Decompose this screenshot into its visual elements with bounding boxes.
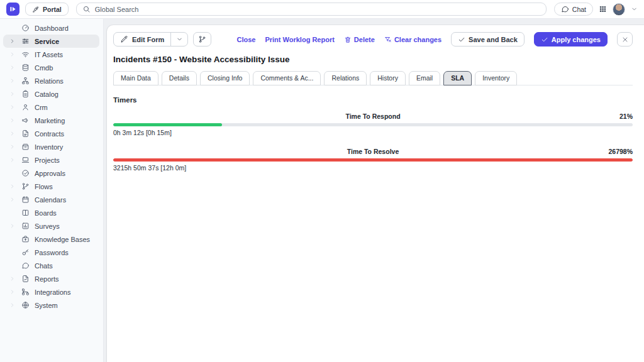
chevron-right-icon: [8, 144, 16, 150]
check-circle-icon: [21, 169, 30, 177]
save-and-back-label: Save and Back: [469, 36, 518, 43]
timer-rows: Time To Respond21%0h 3m 12s [0h 15m]Time…: [113, 112, 633, 172]
sidebar-item-label: Integrations: [35, 288, 70, 296]
sidebar-item-passwords[interactable]: Passwords: [3, 246, 99, 259]
close-label: Close: [236, 36, 255, 43]
sidebar-item-label: Catalog: [35, 90, 58, 98]
workflow-button[interactable]: [193, 32, 211, 47]
rocket-icon: [32, 6, 40, 13]
tab-details[interactable]: Details: [162, 71, 197, 85]
clear-changes-link[interactable]: Clear changes: [384, 36, 441, 43]
timer-percent: 21%: [619, 112, 633, 120]
sidebar-item-relations[interactable]: Relations: [3, 74, 99, 87]
app-logo[interactable]: [6, 3, 19, 16]
sidebar: DashboardServiceIT AssetsCmdbRelationsCa…: [0, 19, 104, 362]
sidebar-item-projects[interactable]: Projects: [3, 153, 99, 167]
apply-changes-button[interactable]: Apply changes: [534, 32, 608, 47]
branch-icon: [21, 182, 30, 190]
sidebar-item-flows[interactable]: Flows: [3, 180, 99, 193]
sidebar-item-approvals[interactable]: Approvals: [3, 167, 99, 180]
sidebar-item-dashboard[interactable]: Dashboard: [3, 21, 99, 35]
search-input[interactable]: [95, 6, 540, 13]
clear-filter-icon: [384, 36, 392, 43]
timers-section: Timers Time To Respond21%0h 3m 12s [0h 1…: [113, 85, 633, 172]
tab-inventory[interactable]: Inventory: [475, 71, 517, 85]
chevron-right-icon: [8, 52, 16, 57]
tab-comments-ac[interactable]: Comments & Ac...: [253, 71, 321, 85]
delete-label: Delete: [354, 36, 375, 43]
close-link[interactable]: Close: [236, 36, 255, 43]
chevron-right-icon: [8, 302, 16, 308]
sidebar-item-it-assets[interactable]: IT Assets: [3, 48, 99, 61]
chevron-right-icon: [8, 91, 16, 97]
sidebar-item-label: Approvals: [35, 170, 65, 177]
chevron-right-icon: [8, 131, 16, 136]
sidebar-item-label: Passwords: [35, 249, 69, 256]
chevron-right-icon: [8, 157, 16, 163]
chevron-right-icon: [8, 65, 16, 70]
report-icon: [21, 275, 30, 283]
contract-icon: [21, 129, 30, 138]
sidebar-item-knowledge-bases[interactable]: Knowledge Bases: [3, 233, 99, 246]
clipboard-icon: [21, 90, 30, 98]
chevron-down-icon: [176, 36, 183, 43]
sidebar-item-label: Cmdb: [35, 64, 53, 72]
save-and-back-button[interactable]: Save and Back: [451, 32, 525, 47]
tab-bar: Main DataDetailsClosing InfoComments & A…: [113, 70, 633, 85]
tab-email[interactable]: Email: [409, 71, 440, 85]
sidebar-item-integrations[interactable]: Integrations: [3, 285, 99, 299]
print-worklog-label: Print Worklog Report: [265, 36, 334, 43]
sidebar-item-contracts[interactable]: Contracts: [3, 127, 99, 140]
tab-main-data[interactable]: Main Data: [113, 71, 158, 85]
timer-progress-fill: [113, 123, 222, 126]
sidebar-item-boards[interactable]: Boards: [3, 206, 99, 219]
sidebar-item-service[interactable]: Service: [3, 35, 99, 48]
sidebar-item-catalog[interactable]: Catalog: [3, 87, 99, 101]
sidebar-item-marketing[interactable]: Marketing: [3, 114, 99, 127]
sidebar-item-label: Dashboard: [35, 25, 69, 32]
sliders-icon: [21, 37, 30, 45]
timer-name: Time To Respond: [345, 112, 400, 120]
chat-button[interactable]: Chat: [554, 3, 593, 16]
sidebar-item-label: Marketing: [35, 117, 65, 124]
portal-label: Portal: [43, 6, 62, 13]
portal-button[interactable]: Portal: [25, 3, 69, 16]
chevron-right-icon: [8, 38, 16, 44]
timer-elapsed-time: 0h 3m 12s [0h 15m]: [113, 129, 633, 136]
timer-head: Time To Resolve26798%: [113, 148, 633, 156]
database-icon: [21, 63, 30, 72]
apply-changes-label: Apply changes: [552, 36, 601, 43]
tab-relations[interactable]: Relations: [324, 71, 367, 85]
sidebar-item-label: Relations: [35, 77, 64, 85]
logo-icon: [8, 4, 18, 14]
sidebar-item-label: Inventory: [35, 143, 63, 151]
print-worklog-link[interactable]: Print Worklog Report: [265, 36, 334, 43]
global-search[interactable]: [76, 3, 547, 16]
user-avatar[interactable]: [613, 3, 625, 16]
sidebar-item-calendars[interactable]: Calendars: [3, 193, 99, 206]
sidebar-item-reports[interactable]: Reports: [3, 272, 99, 285]
delete-link[interactable]: Delete: [344, 36, 375, 43]
close-x-button[interactable]: [617, 32, 633, 47]
sidebar-item-crm[interactable]: Crm: [3, 101, 99, 114]
sidebar-item-chats[interactable]: Chats: [3, 259, 99, 272]
sidebar-item-system[interactable]: System: [3, 299, 99, 312]
tab-history[interactable]: History: [370, 71, 406, 85]
chevron-down-icon[interactable]: [631, 6, 638, 13]
apps-grid-icon[interactable]: [599, 5, 607, 13]
sidebar-item-label: IT Assets: [35, 51, 63, 58]
tab-sla[interactable]: SLA: [443, 71, 472, 85]
edit-form-dropdown-button[interactable]: [170, 33, 187, 46]
sidebar-item-cmdb[interactable]: Cmdb: [3, 61, 99, 74]
edit-form-button[interactable]: Edit Form: [114, 33, 170, 46]
sidebar-item-surveys[interactable]: Surveys: [3, 219, 99, 233]
timer-row-time-to-resolve: Time To Resolve26798%3215h 50m 37s [12h …: [113, 148, 633, 172]
record-toolbar: Edit Form Close Print Worklog Report: [113, 32, 633, 47]
trash-icon: [344, 36, 352, 43]
pencil-icon: [120, 35, 128, 43]
integrations-icon: [21, 288, 30, 296]
sidebar-item-label: Projects: [35, 156, 60, 164]
timer-head: Time To Respond21%: [113, 112, 633, 121]
tab-closing-info[interactable]: Closing Info: [200, 71, 250, 85]
sidebar-item-inventory[interactable]: Inventory: [3, 140, 99, 153]
